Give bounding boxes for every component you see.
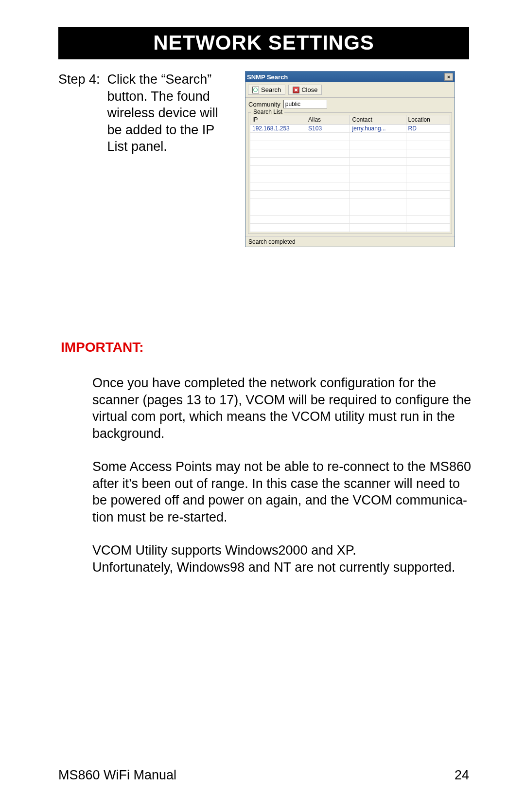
table-row xyxy=(250,133,450,141)
table-row xyxy=(250,207,450,216)
page-footer: MS860 WiFi Manual 24 xyxy=(58,768,469,783)
table-row xyxy=(250,216,450,224)
table-row xyxy=(250,182,450,191)
table-row xyxy=(250,224,450,232)
col-ip[interactable]: IP xyxy=(250,115,306,125)
table-row xyxy=(250,199,450,207)
important-p3: VCOM Utility supports Windows2000 and XP… xyxy=(92,542,472,576)
table-row xyxy=(250,191,450,199)
table-row xyxy=(250,141,450,149)
search-list-legend: Search List xyxy=(251,108,284,115)
snmp-titlebar: SNMP Search × xyxy=(245,72,455,82)
footer-left: MS860 WiFi Manual xyxy=(58,768,176,783)
important-body: Once you have completed the network conf… xyxy=(92,375,472,576)
snmp-search-window: SNMP Search × Search Close Community S xyxy=(245,71,455,247)
step-4-block: Step 4: Click the “Search” button. The f… xyxy=(58,71,233,155)
important-p1: Once you have completed the network conf… xyxy=(92,375,472,442)
close-button-label: Close xyxy=(301,86,317,93)
table-row xyxy=(250,166,450,174)
search-icon xyxy=(252,87,259,93)
page-title-bar: NETWORK SETTINGS xyxy=(58,27,469,59)
snmp-toolbar: Search Close xyxy=(245,82,455,98)
col-alias[interactable]: Alias xyxy=(306,115,350,125)
step-label: Step 4: xyxy=(58,71,107,155)
table-row[interactable]: 192.168.1.253S103jerry.huang...RD xyxy=(250,125,450,133)
community-input[interactable] xyxy=(283,100,327,108)
important-p2: Some Access Points may not be able to re… xyxy=(92,458,472,525)
col-location[interactable]: Location xyxy=(406,115,450,125)
search-button-label: Search xyxy=(261,86,281,93)
search-button[interactable]: Search xyxy=(248,85,285,95)
table-row xyxy=(250,149,450,158)
window-close-button[interactable]: × xyxy=(444,73,453,81)
snmp-window-title: SNMP Search xyxy=(247,73,288,81)
close-icon xyxy=(293,87,299,93)
status-bar: Search completed xyxy=(245,236,455,247)
community-label: Community xyxy=(248,101,280,108)
search-list-table: IP Alias Contact Location 192.168.1.253S… xyxy=(250,115,450,232)
search-list-fieldset: Search List IP Alias Contact Location 19… xyxy=(248,112,452,234)
close-button[interactable]: Close xyxy=(288,85,322,95)
col-contact[interactable]: Contact xyxy=(350,115,406,125)
important-label: IMPORTANT: xyxy=(61,340,469,355)
table-row xyxy=(250,158,450,166)
table-row xyxy=(250,174,450,182)
footer-right: 24 xyxy=(455,768,469,783)
step-text: Click the “Search” button. The found wir… xyxy=(107,71,233,155)
